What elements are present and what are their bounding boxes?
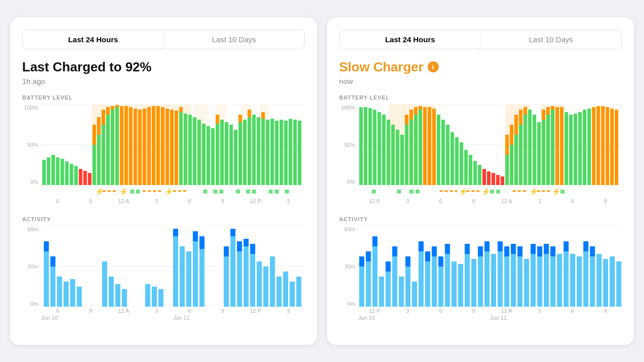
- left-battery-x-axis: 6 9 12 A 3 6 9 12 P 3: [22, 198, 305, 204]
- left-tab-24h[interactable]: Last 24 Hours: [23, 30, 164, 49]
- svg-rect-47: [184, 114, 187, 185]
- left-activity-y-axis: 60m 30m 0m: [22, 226, 41, 307]
- svg-rect-185: [519, 125, 522, 185]
- svg-rect-266: [498, 241, 503, 251]
- left-battery-bars: [41, 105, 305, 185]
- svg-rect-63: [248, 117, 251, 185]
- left-tab-10d[interactable]: Last 10 Days: [164, 30, 304, 49]
- svg-rect-242: [406, 266, 411, 307]
- svg-rect-179: [505, 155, 509, 185]
- svg-rect-27: [106, 107, 110, 115]
- svg-rect-149: [386, 120, 390, 185]
- svg-rect-255: [451, 261, 456, 307]
- svg-rect-154: [405, 115, 409, 125]
- svg-rect-126: [244, 246, 249, 307]
- svg-rect-43: [170, 110, 174, 185]
- svg-rect-32: [120, 106, 123, 185]
- svg-rect-239: [392, 256, 397, 307]
- right-tab-24h[interactable]: Last 24 Hours: [340, 30, 480, 49]
- svg-rect-124: [237, 251, 242, 307]
- right-tab-bar[interactable]: Last 24 Hours Last 10 Days: [339, 30, 622, 49]
- svg-rect-293: [610, 256, 615, 307]
- svg-rect-215: [416, 190, 420, 194]
- left-card: Last 24 Hours Last 10 Days Last Charged …: [10, 18, 317, 345]
- svg-rect-120: [224, 256, 229, 307]
- svg-rect-187: [524, 115, 527, 185]
- svg-rect-271: [517, 256, 522, 307]
- svg-rect-174: [482, 169, 486, 185]
- svg-rect-208: [601, 106, 605, 185]
- svg-text:⚡: ⚡: [119, 188, 128, 196]
- svg-rect-114: [180, 246, 185, 307]
- svg-rect-54: [216, 124, 219, 185]
- svg-rect-89: [246, 190, 250, 194]
- svg-rect-169: [460, 142, 463, 185]
- svg-rect-29: [111, 106, 114, 110]
- svg-rect-201: [569, 115, 573, 185]
- right-tab-10d[interactable]: Last 10 Days: [480, 30, 621, 49]
- svg-rect-214: [410, 190, 414, 194]
- svg-rect-276: [537, 256, 542, 307]
- svg-rect-12: [56, 157, 59, 185]
- svg-rect-42: [166, 109, 169, 185]
- svg-rect-233: [366, 251, 371, 261]
- svg-rect-88: [236, 190, 240, 194]
- svg-rect-226: [560, 190, 565, 194]
- svg-rect-68: [261, 112, 265, 119]
- svg-rect-90: [252, 190, 256, 194]
- svg-rect-178: [501, 176, 504, 185]
- right-charger-icons: ⚡ ⚡ ⚡ ⚡: [339, 186, 622, 197]
- svg-rect-241: [399, 277, 404, 307]
- svg-rect-41: [161, 107, 165, 185]
- svg-rect-171: [469, 155, 472, 185]
- svg-rect-101: [57, 277, 62, 307]
- svg-rect-67: [261, 119, 265, 185]
- left-charger-svg: ⚡ ⚡ ⚡: [41, 186, 305, 197]
- svg-rect-71: [275, 121, 279, 185]
- svg-rect-58: [229, 125, 233, 185]
- svg-rect-194: [546, 115, 550, 185]
- svg-rect-36: [138, 110, 141, 185]
- svg-rect-289: [590, 256, 595, 307]
- left-battery-svg: [41, 105, 305, 185]
- right-activity-chart-area: 60m 30m 0m: [339, 226, 622, 321]
- right-battery-chart-area: 100% 50% 0%: [339, 105, 622, 204]
- svg-rect-87: [219, 190, 223, 194]
- svg-rect-186: [519, 110, 522, 125]
- svg-rect-108: [122, 289, 127, 307]
- svg-rect-16: [74, 166, 78, 185]
- svg-rect-176: [492, 173, 495, 185]
- svg-rect-165: [441, 120, 445, 185]
- svg-rect-61: [238, 115, 242, 122]
- svg-rect-64: [248, 110, 251, 117]
- info-icon[interactable]: i: [428, 61, 439, 72]
- svg-rect-189: [528, 110, 532, 185]
- svg-rect-86: [213, 190, 217, 194]
- svg-rect-234: [372, 246, 377, 307]
- svg-rect-73: [284, 121, 288, 185]
- svg-rect-197: [551, 106, 554, 110]
- svg-rect-146: [373, 110, 376, 185]
- svg-rect-164: [437, 115, 440, 185]
- svg-rect-22: [97, 135, 101, 185]
- svg-rect-69: [266, 120, 269, 185]
- svg-rect-148: [382, 115, 385, 185]
- left-battery-y-axis: 100% 50% 0%: [22, 105, 41, 185]
- svg-rect-210: [610, 109, 614, 185]
- svg-rect-250: [432, 246, 437, 256]
- svg-rect-122: [230, 236, 235, 307]
- svg-rect-264: [491, 254, 496, 307]
- right-card-subtitle: now: [339, 77, 622, 85]
- svg-rect-40: [156, 106, 160, 185]
- svg-rect-75: [293, 120, 297, 185]
- svg-rect-286: [577, 256, 582, 307]
- left-tab-bar[interactable]: Last 24 Hours Last 10 Days: [22, 30, 305, 49]
- svg-rect-109: [145, 284, 150, 307]
- svg-rect-38: [147, 107, 151, 185]
- svg-rect-105: [102, 261, 107, 307]
- svg-rect-170: [464, 150, 468, 185]
- svg-rect-196: [551, 110, 554, 185]
- svg-rect-209: [606, 107, 609, 185]
- right-battery-svg: [358, 105, 622, 185]
- svg-rect-198: [555, 107, 559, 185]
